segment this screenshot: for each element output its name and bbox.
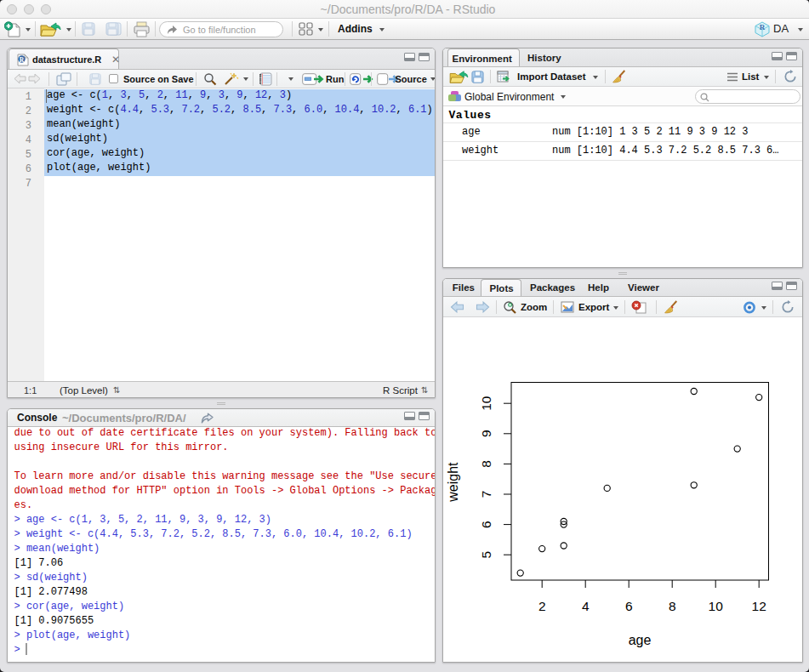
svg-text:R: R [760,23,766,31]
svg-text:12: 12 [752,599,766,613]
svg-text:8: 8 [669,599,676,613]
svg-text:5: 5 [479,551,493,559]
svg-text:6: 6 [625,599,633,613]
svg-text:2: 2 [538,599,546,613]
svg-text:6: 6 [479,521,493,528]
svg-text:4: 4 [582,599,590,613]
svg-text:age: age [629,633,652,647]
svg-text:10: 10 [709,599,724,613]
svg-text:10: 10 [479,396,493,411]
svg-text:9: 9 [479,430,493,437]
svg-text:8: 8 [479,460,493,468]
svg-text:R: R [20,56,25,64]
svg-text:7: 7 [479,491,493,498]
svg-text:weight: weight [446,462,460,503]
